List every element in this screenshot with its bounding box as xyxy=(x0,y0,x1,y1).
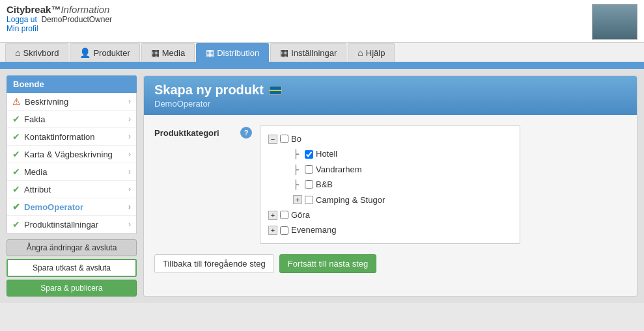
header-left: Citybreak™Information Logga ut DemoProdu… xyxy=(7,4,112,33)
tree-row-gora[interactable]: + Göra xyxy=(268,207,512,222)
tree-checkbox-evenemang[interactable] xyxy=(280,226,288,235)
brand-trademark: ™ xyxy=(51,4,61,15)
sidebar-item-beskrivning[interactable]: ⚠ Beskrivning › xyxy=(7,93,136,111)
chevron-icon: › xyxy=(128,150,131,159)
tab-installningar[interactable]: ▦ Inställningar xyxy=(270,43,346,62)
content-body: Produktkategori ? − Bo xyxy=(144,115,637,284)
tab-skrivbord[interactable]: ⌂ Skrivbord xyxy=(5,43,68,62)
tree-row-hotell[interactable]: ├ Hotell xyxy=(281,146,512,161)
sidebar-item-left: ✔ Media xyxy=(12,166,47,177)
brand-name: Citybreak xyxy=(7,4,51,15)
tree-toggle-gora[interactable]: + xyxy=(268,211,277,220)
tree-label-evenemang: Evenemang xyxy=(291,222,336,237)
check-icon: ✔ xyxy=(12,166,20,177)
sidebar-item-attribut[interactable]: ✔ Attribut › xyxy=(7,181,136,198)
tree-node-bo: − Bo ├ Hotell xyxy=(268,131,512,207)
chevron-icon: › xyxy=(128,220,131,229)
tree-label-bo: Bo xyxy=(291,131,301,146)
brand-logo: Citybreak™Information xyxy=(7,4,112,15)
next-button[interactable]: Fortsätt till nästa steg xyxy=(279,254,377,273)
form-row-produktkategori: Produktkategori ? − Bo xyxy=(154,126,626,244)
sidebar-item-left: ✔ DemoOperator xyxy=(12,202,83,212)
my-profile-link[interactable]: Min profil xyxy=(7,24,112,33)
check-icon: ✔ xyxy=(12,202,20,212)
check-icon: ✔ xyxy=(12,131,20,142)
tree-checkbox-vandrarhem[interactable] xyxy=(305,165,313,174)
produkter-icon: 👤 xyxy=(79,47,91,58)
tree-checkbox-bo[interactable] xyxy=(280,135,288,143)
tab-hjalp[interactable]: ⌂ Hjälp xyxy=(348,43,395,62)
tree-children-bo: ├ Hotell ├ Vandrarhem xyxy=(281,146,512,207)
tab-installningar-label: Inställningar xyxy=(291,48,337,58)
check-icon: ✔ xyxy=(12,219,20,230)
sidebar-label-beskrivning: Beskrivning xyxy=(25,97,68,107)
chevron-icon: › xyxy=(128,167,131,176)
sidebar-label-demooperator: DemoOperator xyxy=(24,202,83,212)
tree-label-gora: Göra xyxy=(291,207,310,222)
chevron-icon: › xyxy=(128,202,131,211)
tree-row-bo[interactable]: − Bo xyxy=(268,131,512,146)
tree-checkbox-camping[interactable] xyxy=(305,196,313,204)
tree-toggle-bo[interactable]: − xyxy=(268,135,277,144)
sidebar-item-produktinstallningar[interactable]: ✔ Produktinställningar › xyxy=(7,216,136,233)
tab-skrivbord-label: Skrivbord xyxy=(23,48,59,58)
produktkategori-label: Produktkategori xyxy=(154,126,232,138)
tree-row-camping[interactable]: + Camping & Stugor xyxy=(281,192,512,207)
chevron-icon: › xyxy=(128,97,131,106)
tree-label-hotell: Hotell xyxy=(316,146,337,161)
tab-distribution-label: Distribution xyxy=(217,48,259,58)
tree-checkbox-hotell[interactable] xyxy=(305,150,313,159)
tree-label-camping: Camping & Stugor xyxy=(316,192,385,207)
header: Citybreak™Information Logga ut DemoProdu… xyxy=(0,0,644,43)
login-info: Logga ut DemoProductOwner xyxy=(7,15,112,24)
check-icon: ✔ xyxy=(12,149,20,159)
content-header: Skapa ny produkt DemoOperator xyxy=(144,76,637,115)
sidebar-header: Boende xyxy=(7,75,137,93)
chevron-icon: › xyxy=(128,132,131,141)
tab-produkter[interactable]: 👤 Produkter xyxy=(70,43,139,62)
chevron-icon: › xyxy=(128,114,131,124)
tab-produkter-label: Produkter xyxy=(93,48,130,58)
brand-tagline: Information xyxy=(61,4,109,15)
tree-row-vandrarhem[interactable]: ├ Vandrarhem xyxy=(281,162,512,177)
content-area: Skapa ny produkt DemoOperator Produktkat… xyxy=(143,75,637,297)
sidebar-item-demooperator[interactable]: ✔ DemoOperator › xyxy=(7,198,136,216)
main-layout: Boende ⚠ Beskrivning › ✔ Fakta › ✔ K xyxy=(0,69,644,303)
sidebar: Boende ⚠ Beskrivning › ✔ Fakta › ✔ K xyxy=(7,75,137,297)
tree-checkbox-gora[interactable] xyxy=(280,211,288,219)
building-image xyxy=(593,5,637,39)
tab-media[interactable]: ▦ Media xyxy=(141,43,195,62)
sidebar-item-kontaktinformation[interactable]: ✔ Kontaktinformation › xyxy=(7,128,136,146)
sidebar-item-karta[interactable]: ✔ Karta & Vägbeskrivning › xyxy=(7,146,136,163)
save-draft-button[interactable]: Spara utkast & avsluta xyxy=(7,259,137,277)
tree-label-vandrarhem: Vandrarhem xyxy=(316,162,362,177)
sidebar-item-media[interactable]: ✔ Media › xyxy=(7,163,136,181)
tree-checkbox-bb[interactable] xyxy=(305,180,313,189)
help-icon[interactable]: ? xyxy=(240,127,252,139)
tree-row-evenemang[interactable]: + Evenemang xyxy=(268,222,512,237)
tab-distribution[interactable]: ▦ Distribution xyxy=(196,43,269,62)
sidebar-label-kontakt: Kontaktinformation xyxy=(24,132,94,142)
sidebar-label-fakta: Fakta xyxy=(24,114,46,124)
home-icon: ⌂ xyxy=(15,47,20,58)
tree-label-bb: B&B xyxy=(316,177,333,192)
distribution-icon: ▦ xyxy=(206,47,214,58)
media-icon: ▦ xyxy=(151,47,160,58)
logout-link[interactable]: Logga ut xyxy=(7,15,37,24)
content-subtitle: DemoOperator xyxy=(154,99,626,109)
check-icon: ✔ xyxy=(12,114,20,124)
sidebar-label-karta: Karta & Vägbeskrivning xyxy=(24,150,113,159)
tree-toggle-camping[interactable]: + xyxy=(293,195,302,204)
sidebar-buttons: Ångra ändringar & avsluta Spara utkast &… xyxy=(7,239,137,297)
bottom-buttons: Tillbaka till föregående steg Fortsätt t… xyxy=(154,254,626,273)
cancel-button[interactable]: Ångra ändringar & avsluta xyxy=(7,239,137,256)
sidebar-label-attribut: Attribut xyxy=(24,185,51,194)
blue-bar xyxy=(0,64,644,69)
back-button[interactable]: Tillbaka till föregående steg xyxy=(154,254,274,273)
tree-row-bb[interactable]: ├ B&B xyxy=(281,177,512,192)
tree-toggle-evenemang[interactable]: + xyxy=(268,226,277,235)
header-logo xyxy=(592,4,637,40)
sidebar-item-fakta[interactable]: ✔ Fakta › xyxy=(7,111,136,128)
publish-button[interactable]: Spara & publicera xyxy=(7,280,137,297)
tree-connector: ├ xyxy=(293,146,302,161)
